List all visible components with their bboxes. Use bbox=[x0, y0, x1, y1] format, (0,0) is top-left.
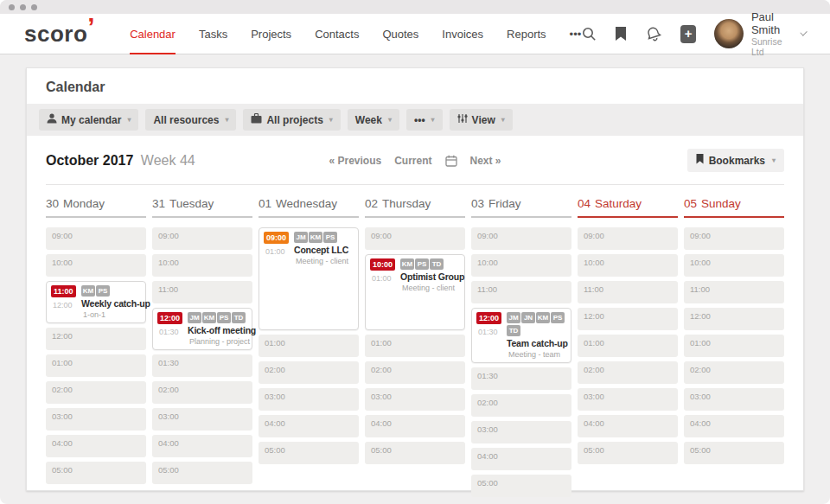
time-slot[interactable]: 01:00 bbox=[46, 354, 146, 377]
time-slot[interactable]: 11:00 bbox=[471, 281, 571, 303]
event-card[interactable]: 12:0001:30JMKMPSTDKick-off meetingPlanni… bbox=[152, 308, 252, 350]
time-slot[interactable]: 05:00 bbox=[471, 475, 571, 497]
nav-item-invoices[interactable]: Invoices bbox=[442, 14, 483, 54]
logo-accent-mark: ’ bbox=[87, 12, 95, 41]
time-slot[interactable]: 09:00 bbox=[46, 227, 146, 250]
nav-item-more[interactable]: ••• bbox=[570, 14, 582, 54]
time-slot[interactable]: 02:00 bbox=[365, 361, 465, 384]
slot-time-label: 12:00 bbox=[584, 311, 604, 321]
time-slot[interactable]: 05:00 bbox=[365, 442, 465, 464]
nav-item-reports[interactable]: Reports bbox=[507, 14, 546, 54]
search-icon[interactable] bbox=[581, 26, 597, 41]
time-slot[interactable]: 01:00 bbox=[578, 335, 678, 357]
time-slot[interactable]: 02:00 bbox=[578, 361, 678, 384]
user-menu[interactable]: Paul Smith Sunrise Ltd bbox=[714, 10, 806, 57]
time-slot[interactable]: 12:00 bbox=[46, 328, 146, 350]
event-start-badge: 12:00 bbox=[157, 312, 182, 324]
filter-week[interactable]: Week▾ bbox=[348, 109, 399, 131]
previous-button[interactable]: « Previous bbox=[329, 155, 381, 167]
page-title: Calendar bbox=[46, 80, 784, 95]
window-zoom-button[interactable] bbox=[31, 4, 37, 10]
time-slot[interactable]: 04:00 bbox=[365, 415, 465, 437]
event-card[interactable]: 11:0012:00KMPSWeekly catch-up1-on-1 bbox=[46, 281, 146, 323]
time-slot[interactable]: 11:00 bbox=[152, 281, 252, 303]
time-slot[interactable]: 02:00 bbox=[471, 394, 571, 417]
time-slot[interactable]: 04:00 bbox=[152, 435, 252, 457]
day-date: 30 bbox=[46, 197, 59, 210]
time-slot[interactable]: 05:00 bbox=[259, 442, 359, 464]
event-card[interactable]: 12:0001:30JMJNKMPSTDTeam catch-upMeeting… bbox=[471, 308, 571, 363]
time-slot[interactable]: 02:00 bbox=[259, 361, 359, 384]
time-slot[interactable]: 09:00 bbox=[684, 227, 784, 250]
day-header: 30Monday bbox=[46, 197, 146, 218]
time-slot[interactable]: 10:00 bbox=[684, 254, 784, 277]
window-minimize-button[interactable] bbox=[20, 4, 26, 10]
time-slot[interactable]: 05:00 bbox=[684, 442, 784, 464]
time-slot[interactable]: 01:00 bbox=[684, 335, 784, 357]
time-slot[interactable]: 10:00 bbox=[471, 254, 571, 277]
time-slot[interactable]: 12:00 bbox=[578, 308, 678, 330]
time-slot[interactable]: 12:00 bbox=[684, 308, 784, 330]
time-slot[interactable]: 10:00 bbox=[46, 254, 146, 277]
filter-all-resources[interactable]: All resources▾ bbox=[145, 109, 236, 131]
nav-item-calendar[interactable]: Calendar bbox=[130, 14, 176, 54]
add-icon[interactable]: + bbox=[680, 25, 696, 43]
time-slot[interactable]: 01:30 bbox=[471, 367, 571, 390]
time-slot[interactable]: 05:00 bbox=[578, 442, 678, 464]
time-slot[interactable]: 01:00 bbox=[259, 335, 359, 357]
time-slot[interactable]: 02:00 bbox=[46, 381, 146, 404]
user-name: Paul Smith bbox=[751, 10, 790, 36]
filter-more[interactable]: •••▾ bbox=[406, 109, 443, 131]
filter-view[interactable]: View▾ bbox=[450, 109, 513, 131]
time-slot[interactable]: 05:00 bbox=[46, 462, 146, 484]
bookmarks-button[interactable]: Bookmarks ▾ bbox=[687, 149, 784, 172]
time-slot[interactable]: 03:00 bbox=[152, 408, 252, 431]
time-slot[interactable]: 04:00 bbox=[578, 415, 678, 437]
time-slot[interactable]: 10:00 bbox=[578, 254, 678, 277]
nav-item-quotes[interactable]: Quotes bbox=[382, 14, 418, 54]
filter-label: All projects bbox=[266, 114, 322, 126]
time-slot[interactable]: 01:30 bbox=[152, 354, 252, 377]
filter-all-projects[interactable]: All projects▾ bbox=[243, 109, 340, 131]
time-slot[interactable]: 09:00 bbox=[365, 227, 465, 250]
time-slot[interactable]: 01:00 bbox=[365, 335, 465, 357]
event-card[interactable]: 09:0001:00JMKMPSConcept LLCMeeting - cli… bbox=[259, 227, 359, 330]
bookmark-icon[interactable] bbox=[615, 27, 627, 41]
scoro-logo[interactable]: scoro’ bbox=[24, 14, 95, 54]
time-slot[interactable]: 03:00 bbox=[471, 421, 571, 443]
time-slot[interactable]: 03:00 bbox=[365, 388, 465, 411]
time-slot[interactable]: 04:00 bbox=[684, 415, 784, 437]
time-slot[interactable]: 09:00 bbox=[152, 227, 252, 250]
time-slot[interactable]: 10:00 bbox=[152, 254, 252, 277]
time-slot[interactable]: 03:00 bbox=[684, 388, 784, 411]
next-button[interactable]: Next » bbox=[470, 155, 501, 167]
time-slot[interactable]: 09:00 bbox=[471, 227, 571, 250]
time-slot[interactable]: 02:00 bbox=[152, 381, 252, 404]
event-card[interactable]: 10:0001:00KMPSTDOptimist GroupMeeting - … bbox=[365, 254, 465, 330]
member-badges: KMPSTD bbox=[400, 258, 460, 270]
filter-my-calendar[interactable]: My calendar▾ bbox=[39, 109, 138, 131]
slot-time-label: 10:00 bbox=[158, 258, 179, 267]
current-button[interactable]: Current bbox=[394, 155, 431, 167]
time-slot[interactable]: 05:00 bbox=[152, 462, 252, 484]
window-close-button[interactable] bbox=[9, 4, 15, 10]
time-slot[interactable]: 04:00 bbox=[46, 435, 146, 457]
calendar-picker-icon[interactable] bbox=[445, 155, 457, 167]
time-slot[interactable]: 03:00 bbox=[46, 408, 146, 431]
time-slot[interactable]: 03:00 bbox=[578, 388, 678, 411]
member-badge: PS bbox=[551, 312, 565, 323]
nav-item-projects[interactable]: Projects bbox=[251, 14, 291, 54]
nav-item-tasks[interactable]: Tasks bbox=[199, 14, 227, 54]
time-slot[interactable]: 04:00 bbox=[259, 415, 359, 437]
briefcase-icon bbox=[251, 113, 262, 126]
time-slot[interactable]: 02:00 bbox=[684, 361, 784, 384]
filter-label: My calendar bbox=[61, 114, 121, 126]
time-slot[interactable]: 11:00 bbox=[684, 281, 784, 303]
event-end-time: 01:30 bbox=[476, 328, 498, 336]
bell-icon[interactable] bbox=[645, 26, 662, 42]
time-slot[interactable]: 04:00 bbox=[471, 448, 571, 470]
time-slot[interactable]: 03:00 bbox=[259, 388, 359, 411]
time-slot[interactable]: 09:00 bbox=[578, 227, 678, 250]
nav-item-contacts[interactable]: Contacts bbox=[315, 14, 359, 54]
time-slot[interactable]: 11:00 bbox=[578, 281, 678, 303]
